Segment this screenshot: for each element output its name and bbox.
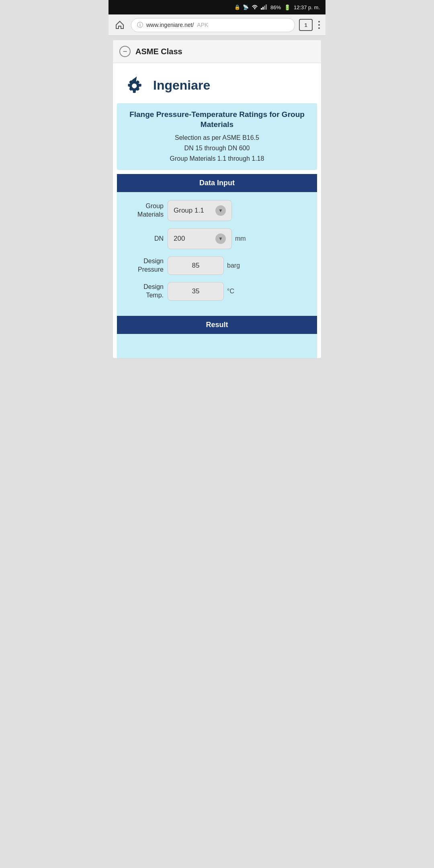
info-icon: ⓘ <box>137 21 143 29</box>
sim-icon: 🔒 <box>234 4 240 10</box>
signal-icon <box>261 4 267 11</box>
status-bar: 🔒 📡 86% 🔋 12:37 p. m. <box>108 0 326 14</box>
data-input-header: Data Input <box>117 174 317 192</box>
result-label: Result <box>206 321 228 329</box>
result-body <box>117 334 317 358</box>
design-pressure-unit: barg <box>227 262 240 269</box>
browser-chrome: ⓘ www.ingeniare.net/APK 1 <box>108 14 326 36</box>
info-line1: Selection as per ASME B16.5 DN 15 throug… <box>123 133 311 164</box>
design-temp-unit: °C <box>227 288 234 295</box>
dn-dropdown[interactable]: 200 ▼ <box>168 228 232 249</box>
svg-rect-4 <box>266 4 267 10</box>
logo-area: Ingeniare <box>113 63 321 103</box>
tab-button[interactable]: 1 <box>299 19 313 31</box>
data-input-label: Data Input <box>199 179 235 187</box>
main-content: − ASME Class <box>113 40 321 358</box>
url-path: APK <box>197 22 208 28</box>
group-materials-label: GroupMaterials <box>123 202 164 219</box>
url-base: www.ingeniare.net/ <box>146 22 194 28</box>
logo-text: Ingeniare <box>153 78 210 93</box>
group-materials-value: Group 1.1 <box>174 207 204 215</box>
dn-label: DN <box>123 235 164 243</box>
status-icons: 🔒 📡 <box>234 4 267 11</box>
logo-icon <box>121 71 149 99</box>
design-pressure-label: DesignPressure <box>123 257 164 274</box>
section-title: ASME Class <box>135 47 182 56</box>
section-header: − ASME Class <box>113 40 321 63</box>
design-temp-row: DesignTemp. 35 °C <box>123 282 311 301</box>
group-materials-dropdown[interactable]: Group 1.1 ▼ <box>168 200 232 221</box>
result-header: Result <box>117 316 317 334</box>
dn-control: 200 ▼ mm <box>168 228 311 249</box>
dn-arrow: ▼ <box>215 233 226 244</box>
info-main-title: Flange Pressure-Temperature Ratings for … <box>123 110 311 129</box>
wifi-icon <box>251 4 258 11</box>
data-input-body: GroupMaterials Group 1.1 ▼ DN 200 ▼ mm D… <box>117 192 317 316</box>
dn-unit: mm <box>235 235 246 242</box>
svg-rect-8 <box>133 90 136 93</box>
design-pressure-row: DesignPressure 85 barg <box>123 256 311 275</box>
svg-rect-1 <box>261 8 262 10</box>
dn-value: 200 <box>174 235 185 243</box>
svg-rect-3 <box>264 6 265 10</box>
svg-point-0 <box>254 8 255 9</box>
group-materials-row: GroupMaterials Group 1.1 ▼ <box>123 200 311 221</box>
battery-icon: 🔋 <box>284 4 291 10</box>
svg-rect-2 <box>262 7 264 10</box>
design-pressure-control: 85 barg <box>168 256 311 275</box>
design-pressure-input[interactable]: 85 <box>168 256 224 275</box>
design-temp-control: 35 °C <box>168 282 311 301</box>
address-bar[interactable]: ⓘ www.ingeniare.net/APK <box>131 18 295 32</box>
collapse-button[interactable]: − <box>119 46 131 57</box>
group-materials-arrow: ▼ <box>215 205 226 216</box>
group-materials-control: Group 1.1 ▼ <box>168 200 311 221</box>
battery-percentage: 86% <box>270 4 281 10</box>
info-box: Flange Pressure-Temperature Ratings for … <box>117 103 317 170</box>
browser-menu-button[interactable] <box>317 19 321 31</box>
design-temp-label: DesignTemp. <box>123 283 164 300</box>
design-temp-input[interactable]: 35 <box>168 282 224 301</box>
svg-rect-9 <box>128 84 132 87</box>
home-button[interactable] <box>113 18 127 32</box>
clock: 12:37 p. m. <box>294 4 320 10</box>
svg-rect-10 <box>138 84 141 87</box>
cast-icon: 📡 <box>243 4 249 10</box>
svg-point-6 <box>132 84 137 88</box>
dn-row: DN 200 ▼ mm <box>123 228 311 249</box>
